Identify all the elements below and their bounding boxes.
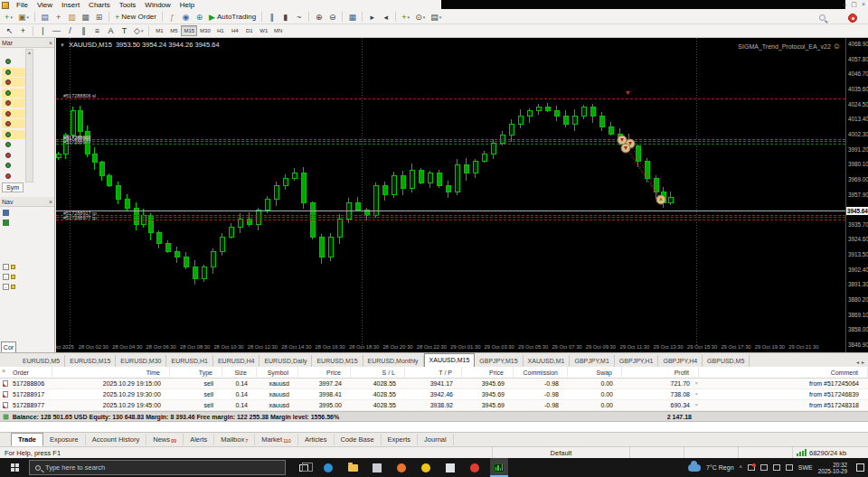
tab-journal[interactable]: Journal [418,434,454,445]
task-view-button[interactable] [295,458,313,477]
horizontal-line-tool[interactable]: — [51,25,62,37]
chart-tab-eurusd-h1[interactable]: EURUSD,H1 [166,355,212,367]
tab-experts[interactable]: Experts [382,434,418,445]
new-order-button[interactable]: +New Order [113,11,158,23]
market-watch-symbol[interactable] [2,89,25,98]
menu-file[interactable]: File [12,1,33,9]
market-watch-header[interactable]: Mar × [0,38,54,48]
indicators-button[interactable]: +▾ [400,11,411,23]
chart-tab-eurusd-m15[interactable]: EURUSD,M15 [312,355,363,367]
tab-account-history[interactable]: Account History [86,434,147,445]
column-header-symbol[interactable]: Symbol [257,367,298,379]
market-watch-scrollbar[interactable]: ▲ [25,49,33,182]
menu-help[interactable]: Help [175,1,199,9]
menu-window[interactable]: Window [140,1,175,9]
table-row[interactable]: 5172889772025.10.29 19:45:00sell0.14xauu… [0,400,868,411]
market-watch-symbol[interactable] [2,57,25,66]
tab-alerts[interactable]: Alerts [184,434,214,445]
market-watch-button[interactable]: ▤ [39,11,51,23]
tray-icon-2[interactable] [760,464,768,471]
terminal-button[interactable]: ▦ [80,11,91,23]
close-position-icon[interactable]: × [694,400,698,410]
weather-icon[interactable] [688,464,701,472]
ea-smiley-icon[interactable]: ☺ [833,42,841,50]
arrows-tool[interactable]: ◇▾ [132,25,145,37]
symbols-button[interactable]: Sym [2,182,24,192]
market-watch-symbol[interactable] [2,109,25,118]
chart-tab-xauusd-m1[interactable]: XAUUSD,M1 [524,355,571,367]
timeframe-m1[interactable]: M1 [152,25,166,36]
crosshair-tool[interactable]: + [17,25,29,37]
tree-collapse-icon[interactable]: - [3,264,9,270]
bar-chart-button[interactable]: ∥ [266,11,278,23]
mql-wizard-button[interactable]: ƒ [166,11,178,23]
periods-button[interactable]: ⊙▾ [413,11,427,23]
vertical-line-tool[interactable]: | [37,25,49,37]
navigator-header[interactable]: Nav × [0,197,54,207]
close-position-icon[interactable]: × [694,379,698,388]
store-icon[interactable] [368,458,386,477]
entry-marker[interactable] [618,136,627,145]
weather-text[interactable]: 7°C Regn [706,464,733,471]
chart-tab-eurusd-m5[interactable]: EURUSD,M5 [18,355,65,367]
close-icon[interactable]: × [49,199,52,205]
column-header-commission[interactable]: Commission [514,367,568,379]
edge-browser-icon[interactable] [319,458,337,477]
language-indicator[interactable]: SWE [798,464,813,471]
column-header-time[interactable]: Time [52,367,170,379]
column-header-price[interactable]: Price [462,367,514,379]
cursor-tool[interactable]: ↖ [4,25,15,37]
timeframe-m5[interactable]: M5 [166,25,181,36]
expand-icon[interactable]: ⊞ [3,413,9,421]
candlestick-button[interactable]: ▮ [279,11,291,23]
chart-tab-eurusd-m30[interactable]: EURUSD,M30 [116,355,166,367]
navigator-tree-item[interactable] [3,220,9,226]
market-watch-symbol[interactable] [2,130,25,139]
zoom-in-button[interactable]: ⊕ [313,11,325,23]
market-watch-symbol[interactable] [2,68,25,77]
chart-tab-gbpjpy-h1[interactable]: GBPJPY,H1 [615,355,659,367]
taskbar-clock[interactable]: 20:32 2025-10-29 [818,462,847,474]
column-header-order[interactable]: Order [0,367,52,379]
mt4-taskbar-icon[interactable] [490,458,508,477]
chart-tab-gbpjpy-m15[interactable]: GBPJPY,M15 [475,355,523,367]
tab-exposure[interactable]: Exposure [43,434,86,445]
taskbar-search-input[interactable]: Type here to search [29,460,286,475]
expert-advisors-button[interactable]: ◉ [180,11,192,23]
scroll-up-icon[interactable]: ▲ [26,50,33,55]
market-watch-symbol[interactable] [2,161,25,170]
close-position-icon[interactable]: × [694,389,698,399]
chart-tab-eurusd-monthly[interactable]: EURUSD,Monthly [363,355,424,367]
chart-tab-eurusd-daily[interactable]: EURUSD,Daily [259,355,312,367]
profiles-button[interactable]: ▣▾ [16,11,31,23]
community-button[interactable]: ⊕ [193,11,205,23]
column-header-sl[interactable]: S / L [351,367,405,379]
tab-code-base[interactable]: Code Base [335,434,382,445]
text-tool[interactable]: A [105,25,117,37]
chart-tab-xauusd-m15[interactable]: XAUUSD,M15 [424,353,476,368]
tree-collapse-icon[interactable]: - [3,274,9,280]
chart-tab-gbpjpy-h4[interactable]: GBPJPY,H4 [658,355,703,367]
navigator-tree-item[interactable]: - [3,284,15,290]
tab-mailbox[interactable]: Mailbox7 [214,434,255,445]
tab-trade[interactable]: Trade [11,433,43,446]
app-orange-icon[interactable] [392,458,410,477]
exit-marker[interactable] [656,195,665,204]
timeframe-h1[interactable]: H1 [213,25,228,36]
entry-marker[interactable] [621,144,630,153]
one-click-trading-icon[interactable]: ▼ [60,42,65,48]
fibonacci-tool[interactable]: ≡ [91,25,103,37]
app-yellow-icon[interactable] [417,458,435,477]
market-watch-symbol[interactable] [2,119,25,128]
channel-tool[interactable]: ∥ [78,25,90,37]
chart-tab-eurusd-m15[interactable]: EURUSD,M15 [65,355,116,367]
market-watch-symbol[interactable] [2,151,25,160]
column-header-type[interactable]: Type [170,367,222,379]
tab-news[interactable]: News99 [146,434,184,445]
market-watch-symbol[interactable] [2,140,25,149]
search-icon[interactable] [819,14,826,21]
chart-window[interactable]: #517288806 sl#517288917#517288806#517288… [56,38,845,352]
table-row[interactable]: 5172889172025.10.29 19:30:00sell0.14xauu… [0,389,868,400]
tab-articles[interactable]: Articles [298,434,335,445]
market-watch-symbol[interactable] [2,172,25,181]
